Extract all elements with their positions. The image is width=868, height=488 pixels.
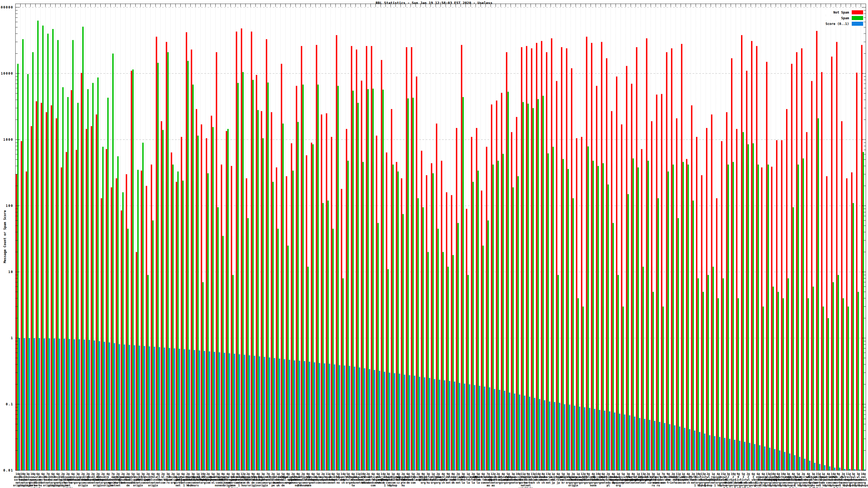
- svg-text:10: 10: [8, 270, 13, 274]
- chart-title: RBL Statistics - Sun Jan 19 12:58:03 EST…: [0, 1, 868, 5]
- legend-item-spam: Spam: [824, 16, 863, 20]
- legend-label-score: Score (0..1): [826, 22, 849, 26]
- svg-text:1: 1: [11, 336, 13, 340]
- plot-area: 1000001000010001001010.10.0114@dnsblsorb…: [0, 0, 868, 488]
- legend-swatch-spam-icon: [852, 16, 863, 20]
- svg-text:10000: 10000: [1, 72, 13, 75]
- y-axis-label: Message Count or Spam Score: [3, 191, 7, 283]
- svg-text:100: 100: [6, 204, 13, 208]
- legend-swatch-not-spam-icon: [852, 10, 863, 14]
- legend: Not Spam Spam Score (0..1): [824, 10, 863, 26]
- legend-label-not-spam: Not Spam: [833, 10, 849, 14]
- svg-text:1000: 1000: [3, 138, 13, 141]
- rbl-statistics-chart: 1000001000010001001010.10.0114@dnsblsorb…: [0, 0, 868, 488]
- svg-text:100000: 100000: [0, 5, 13, 9]
- legend-item-score: Score (0..1): [824, 22, 863, 26]
- legend-label-spam: Spam: [841, 16, 849, 20]
- svg-text:0.1: 0.1: [6, 402, 13, 406]
- legend-swatch-score-icon: [852, 22, 863, 26]
- legend-item-not-spam: Not Spam: [824, 10, 863, 14]
- svg-text:0.01: 0.01: [3, 468, 13, 472]
